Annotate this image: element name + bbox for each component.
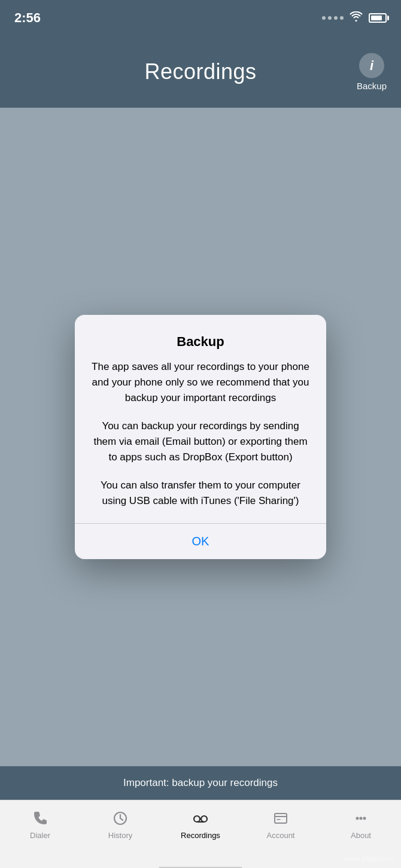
svg-point-1 (194, 816, 200, 822)
home-indicator (0, 866, 401, 868)
tab-dialer-label: Dialer (30, 831, 50, 840)
bottom-banner-text: Important: backup your recordings (123, 777, 278, 789)
signal-icon (322, 16, 344, 20)
dialog-overlay: Backup The app saves all your recordings… (0, 108, 401, 766)
dialog-paragraph-2: You can backup your recordings by sendin… (92, 418, 309, 466)
watermark: www.frfam.com (345, 855, 394, 863)
svg-point-7 (356, 817, 359, 820)
backup-button[interactable]: i Backup (357, 53, 387, 91)
status-time: 2:56 (14, 10, 41, 26)
about-icon (351, 809, 370, 828)
dialog-body: Backup The app saves all your recordings… (75, 315, 326, 524)
tab-about-label: About (351, 831, 371, 840)
dialog-paragraph-1: The app saves all your recordings to you… (92, 359, 309, 406)
battery-icon (369, 13, 387, 23)
main-content: Backup The app saves all your recordings… (0, 108, 401, 766)
status-icons (322, 11, 387, 25)
recordings-icon (191, 809, 210, 828)
bottom-banner: Important: backup your recordings (0, 766, 401, 800)
history-icon (111, 809, 130, 828)
dialog-ok-button[interactable]: OK (75, 524, 326, 559)
tab-recordings-label: Recordings (181, 831, 220, 840)
dialog-paragraph-3: You can also transfer them to your compu… (92, 478, 309, 509)
tab-bar: Dialer History Recordings (0, 800, 401, 866)
page-title: Recordings (144, 59, 256, 84)
svg-point-9 (363, 817, 366, 820)
tab-account-label: Account (267, 831, 295, 840)
svg-point-8 (360, 817, 363, 820)
wifi-icon (350, 11, 363, 25)
nav-header: Recordings i Backup (0, 36, 401, 108)
backup-dialog: Backup The app saves all your recordings… (75, 315, 326, 560)
tab-history-label: History (108, 831, 132, 840)
status-bar: 2:56 (0, 0, 401, 36)
tab-history[interactable]: History (80, 806, 160, 840)
svg-rect-4 (275, 814, 287, 823)
tab-about[interactable]: About (321, 806, 401, 840)
dialog-title: Backup (92, 334, 309, 350)
account-icon (271, 809, 290, 828)
backup-label: Backup (357, 81, 387, 91)
tab-account[interactable]: Account (241, 806, 321, 840)
dialer-icon (31, 809, 50, 828)
svg-point-2 (201, 816, 207, 822)
tab-dialer[interactable]: Dialer (0, 806, 80, 840)
tab-recordings[interactable]: Recordings (160, 806, 241, 840)
info-icon: i (359, 53, 384, 78)
